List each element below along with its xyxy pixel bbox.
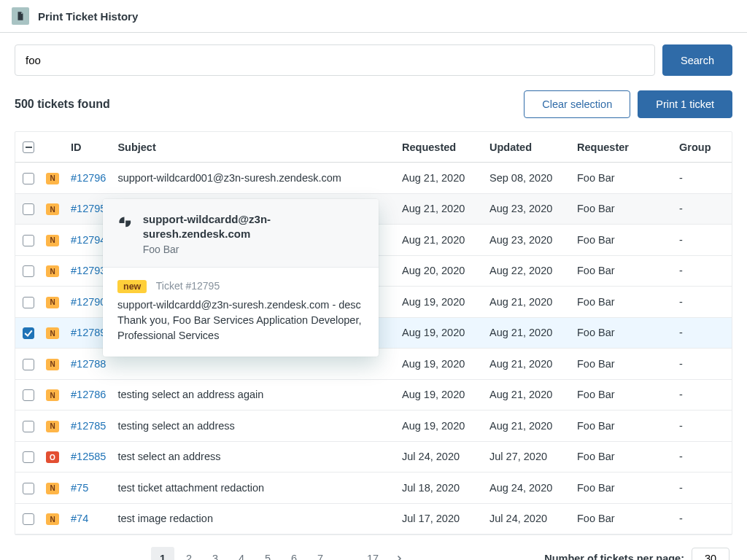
status-badge: N — [46, 389, 59, 401]
row-checkbox[interactable] — [23, 203, 34, 215]
requester-cell: Foo Bar — [571, 163, 673, 194]
status-badge: N — [46, 483, 59, 494]
group-cell: - — [673, 193, 732, 225]
ticket-id-link[interactable]: #12786 — [71, 389, 106, 400]
requested-cell: Jul 17, 2020 — [396, 503, 484, 534]
ticket-id-link[interactable]: #12788 — [71, 358, 106, 370]
group-cell: - — [673, 503, 732, 534]
status-badge: O — [46, 451, 59, 463]
requester-cell: Foo Bar — [571, 349, 673, 380]
page-6[interactable]: 6 — [282, 547, 306, 560]
row-checkbox[interactable] — [23, 359, 34, 370]
app-logo-icon — [12, 7, 29, 25]
zendesk-logo-icon — [117, 214, 133, 230]
group-cell: - — [673, 255, 732, 287]
page-2[interactable]: 2 — [177, 547, 201, 560]
subject-cell: testing select an address — [112, 411, 396, 442]
search-button[interactable]: Search — [662, 44, 732, 76]
updated-cell: Aug 21, 2020 — [484, 317, 571, 349]
row-checkbox[interactable] — [23, 451, 34, 463]
row-checkbox[interactable] — [23, 513, 34, 525]
popover-ticket-ref: Ticket #12795 — [156, 280, 220, 292]
requested-cell: Aug 20, 2020 — [396, 255, 484, 287]
requested-cell: Jul 18, 2020 — [396, 472, 484, 504]
row-checkbox[interactable] — [23, 483, 34, 494]
row-checkbox[interactable] — [23, 235, 34, 246]
group-cell: - — [673, 163, 732, 194]
column-id-header[interactable]: ID — [65, 132, 112, 163]
group-cell: - — [673, 379, 732, 411]
updated-cell: Aug 21, 2020 — [484, 379, 571, 411]
group-cell: - — [673, 225, 732, 256]
print-button[interactable]: Print 1 ticket — [638, 90, 732, 118]
requested-cell: Jul 24, 2020 — [396, 441, 484, 472]
row-checkbox[interactable] — [23, 327, 34, 339]
status-badge: N — [46, 235, 59, 246]
ticket-id-link[interactable]: #12789 — [71, 327, 106, 338]
row-checkbox[interactable] — [23, 265, 34, 277]
row-checkbox[interactable] — [23, 389, 34, 401]
row-checkbox[interactable] — [23, 421, 34, 432]
table-row[interactable]: N#75test ticket attachment redactionJul … — [15, 472, 732, 504]
table-row[interactable]: N#12786testing select an address againAu… — [15, 379, 732, 411]
app-title: Print Ticket History — [38, 10, 138, 23]
page-4[interactable]: 4 — [230, 547, 253, 560]
ticket-id-link[interactable]: #12585 — [71, 451, 106, 462]
requester-cell: Foo Bar — [571, 287, 673, 318]
ticket-id-link[interactable]: #12785 — [71, 420, 106, 432]
updated-cell: Aug 21, 2020 — [484, 287, 571, 318]
ticket-id-link[interactable]: #12794 — [71, 234, 106, 246]
page-5[interactable]: 5 — [256, 547, 279, 560]
updated-cell: Jul 27, 2020 — [484, 441, 571, 472]
subject-cell: test image redaction — [112, 503, 396, 534]
page-17[interactable]: 17 — [361, 547, 384, 560]
column-group-header[interactable]: Group — [673, 132, 732, 163]
column-requester-header[interactable]: Requester — [571, 132, 673, 163]
requester-cell: Foo Bar — [571, 441, 673, 472]
status-badge: N — [46, 513, 59, 525]
search-input[interactable] — [15, 44, 655, 76]
ticket-id-link[interactable]: #75 — [71, 482, 88, 494]
popover-description: support-wildcardd@z3n-suresh.zendesk.com… — [117, 298, 364, 343]
table-row[interactable]: O#12585test select an addressJul 24, 202… — [15, 441, 732, 472]
page-3[interactable]: 3 — [204, 547, 227, 560]
row-checkbox[interactable] — [23, 297, 34, 308]
status-badge: N — [46, 327, 59, 339]
column-requested-header[interactable]: Requested — [396, 132, 484, 163]
ticket-id-link[interactable]: #12796 — [71, 172, 106, 184]
ticket-id-link[interactable]: #12790 — [71, 296, 106, 308]
requested-cell: Aug 21, 2020 — [396, 225, 484, 256]
popover-subtitle: Foo Bar — [143, 244, 364, 255]
page-1[interactable]: 1 — [151, 547, 174, 560]
subject-cell: testing select an address again — [112, 379, 396, 411]
requester-cell: Foo Bar — [571, 472, 673, 504]
group-cell: - — [673, 349, 732, 380]
column-updated-header[interactable]: Updated — [484, 132, 571, 163]
ticket-id-link[interactable]: #12793 — [71, 265, 106, 276]
status-badge: N — [46, 421, 59, 432]
updated-cell: Sep 08, 2020 — [484, 163, 571, 194]
updated-cell: Aug 21, 2020 — [484, 349, 571, 380]
page-7[interactable]: 7 — [309, 547, 332, 560]
app-header: Print Ticket History — [0, 0, 747, 33]
requested-cell: Aug 21, 2020 — [396, 193, 484, 225]
per-page-input[interactable] — [692, 548, 729, 560]
page-next[interactable] — [387, 547, 411, 560]
status-badge: N — [46, 297, 59, 308]
table-row[interactable]: N#12785testing select an addressAug 19, … — [15, 411, 732, 442]
search-bar: Search — [15, 44, 732, 76]
row-checkbox[interactable] — [23, 173, 34, 184]
requested-cell: Aug 19, 2020 — [396, 379, 484, 411]
ticket-preview-popover: support-wildcardd@z3n-suresh.zendesk.com… — [103, 199, 379, 357]
ticket-id-link[interactable]: #12795 — [71, 203, 106, 214]
ticket-id-link[interactable]: #74 — [71, 513, 88, 524]
requested-cell: Aug 19, 2020 — [396, 287, 484, 318]
table-row[interactable]: N#74test image redactionJul 17, 2020Jul … — [15, 503, 732, 534]
column-subject-header[interactable]: Subject — [112, 132, 396, 163]
requested-cell: Aug 19, 2020 — [396, 411, 484, 442]
requester-cell: Foo Bar — [571, 411, 673, 442]
select-all-checkbox[interactable] — [23, 141, 34, 153]
clear-selection-button[interactable]: Clear selection — [524, 90, 630, 118]
table-row[interactable]: N#12796support-wildcard001@z3n-suresh.ze… — [15, 163, 732, 194]
requester-cell: Foo Bar — [571, 193, 673, 225]
